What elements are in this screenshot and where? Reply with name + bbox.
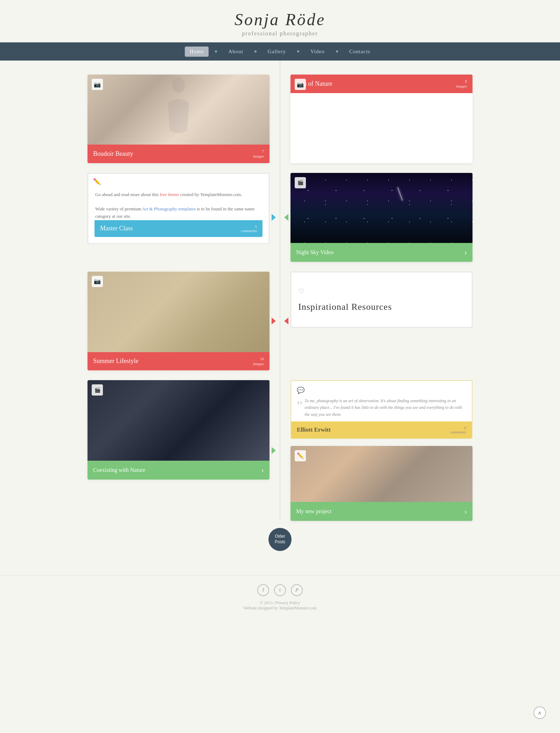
nav-dot-4 (336, 50, 338, 53)
edit-icon: ✏️ (93, 178, 101, 186)
night-sky-arrow (284, 214, 288, 221)
art-link[interactable]: Art & Photography templates (142, 206, 196, 211)
svg-point-0 (172, 77, 185, 93)
new-project-image: ✏️ (290, 446, 472, 502)
summer-image: 📷 (88, 272, 270, 352)
nav-contacts[interactable]: Contacts (344, 47, 376, 57)
video-icon: 🎬 (295, 177, 306, 188)
nav-gallery[interactable]: Gallery (263, 47, 291, 57)
new-project-chevron: › (464, 507, 467, 516)
master-class-title: Master Class (100, 225, 133, 232)
night-sky-footer[interactable]: Night Sky Video › (290, 243, 472, 262)
site-subtitle: professional photographer (0, 30, 560, 37)
coexisting-title: Coexisting with Nature (93, 467, 261, 473)
social-icons: f t 𝑃 (8, 584, 552, 596)
coexisting-footer[interactable]: Coexisting with Nature › (88, 461, 270, 480)
quote-author: Elliott Erwitt (297, 426, 331, 433)
quote-text: To me, photography is an art of observat… (297, 398, 466, 418)
vespa-img-placeholder (88, 380, 270, 461)
boudoir-img-placeholder (88, 75, 270, 145)
boudoir-image: 📷 (88, 75, 270, 145)
boudoir-camera-icon: 📷 (92, 79, 103, 90)
coexisting-image: 🎬 (88, 380, 270, 461)
card-quote[interactable]: 💬 " To me, photography is an art of obse… (290, 380, 472, 439)
inspirational-title: Inspirational Resources (298, 302, 392, 312)
coexisting-chevron: › (261, 466, 264, 475)
heart-icon: ♡ (298, 287, 304, 295)
boudoir-title: Boudoir Beauty (93, 150, 133, 158)
nature-count: 8 images (456, 79, 467, 89)
card-inspirational[interactable]: ♡ Inspirational Resources (290, 272, 472, 328)
main-content: 📷 Boudoir Beauty 7 images 📷 Pics of Natu… (88, 61, 472, 568)
older-posts-button[interactable]: Older Posts (268, 528, 292, 551)
night-sky-title: Night Sky Video (296, 249, 464, 256)
card-new-project[interactable]: ✏️ My new project › (290, 446, 472, 521)
back-to-top-button[interactable]: ∧ (533, 706, 546, 719)
site-footer: f t 𝑃 © 2013 | Privacy Policy Website de… (0, 575, 560, 619)
boudoir-footer: Boudoir Beauty 7 images (88, 145, 270, 163)
summer-count: 10 images (253, 356, 264, 366)
summer-camera-icon: 📷 (92, 276, 103, 287)
summer-title: Summer Lifestyle (93, 357, 138, 365)
quote-mark: " (297, 399, 302, 413)
card-summer[interactable]: 📷 Summer Lifestyle 10 images (88, 272, 270, 371)
night-sky-image: 🎬 (290, 173, 472, 243)
master-arrow (272, 214, 276, 221)
nav-video[interactable]: Video (306, 47, 330, 57)
coexisting-video-icon: 🎬 (92, 384, 103, 396)
card-coexisting[interactable]: 🎬 Coexisting with Nature › (88, 380, 270, 480)
nav-about[interactable]: About (223, 47, 248, 57)
insp-arrow (284, 317, 288, 324)
facebook-icon[interactable]: f (257, 584, 269, 596)
new-project-edit-icon: ✏️ (295, 450, 306, 461)
card-pics-nature[interactable]: 📷 Pics of Nature 8 images (290, 75, 472, 163)
tumblr-icon[interactable]: t (274, 584, 286, 596)
card-boudoir[interactable]: 📷 Boudoir Beauty 7 images (88, 75, 270, 163)
master-class-count: 5 comments (241, 224, 257, 233)
site-header: Sonja Röde professional photographer (0, 0, 560, 42)
chat-icon: 💬 (297, 386, 466, 394)
coexisting-arrow (272, 447, 276, 454)
site-title: Sonja Röde (0, 10, 560, 29)
night-img-placeholder (290, 173, 472, 243)
posts-grid: 📷 Boudoir Beauty 7 images 📷 Pics of Natu… (88, 75, 472, 521)
summer-footer: Summer Lifestyle 10 images (88, 352, 270, 371)
pinterest-icon[interactable]: 𝑃 (291, 584, 303, 596)
summer-arrow (272, 317, 276, 324)
boudoir-count: 7 images (253, 149, 264, 159)
nav-home[interactable]: Home (185, 47, 209, 57)
camera-img-placeholder (290, 446, 472, 502)
master-class-body: Go ahead and read more about this free t… (95, 191, 262, 220)
card-master-class[interactable]: ✏️ Go ahead and read more about this fre… (88, 173, 270, 244)
quote-count: 0 comments (450, 426, 466, 434)
night-sky-chevron: › (464, 248, 467, 257)
nature-camera-icon: 📷 (295, 79, 306, 90)
footer-credit: Website designed by TemplateMonster.com (8, 606, 552, 611)
nav-dot-2 (254, 50, 257, 53)
new-project-title: My new project (296, 508, 464, 515)
stars-overlay (290, 173, 472, 243)
master-class-footer: Master Class 5 comments (94, 220, 262, 237)
footer-copyright: © 2013 | Privacy Policy (8, 600, 552, 606)
new-project-footer[interactable]: My new project › (290, 502, 472, 521)
main-nav: Home About Gallery Video Contacts (0, 42, 560, 61)
older-posts-wrap: Older Posts (88, 528, 472, 551)
nav-dot-1 (215, 50, 217, 53)
free-theme-link[interactable]: free theme (160, 192, 179, 197)
nav-dot-3 (297, 50, 299, 53)
card-night-sky[interactable]: 🎬 Night Sky Video › (290, 173, 472, 262)
summer-img-placeholder (88, 272, 270, 352)
quote-footer: Elliott Erwitt 0 comments (291, 421, 472, 438)
nature-footer: Pics of Nature 8 images (290, 75, 472, 93)
